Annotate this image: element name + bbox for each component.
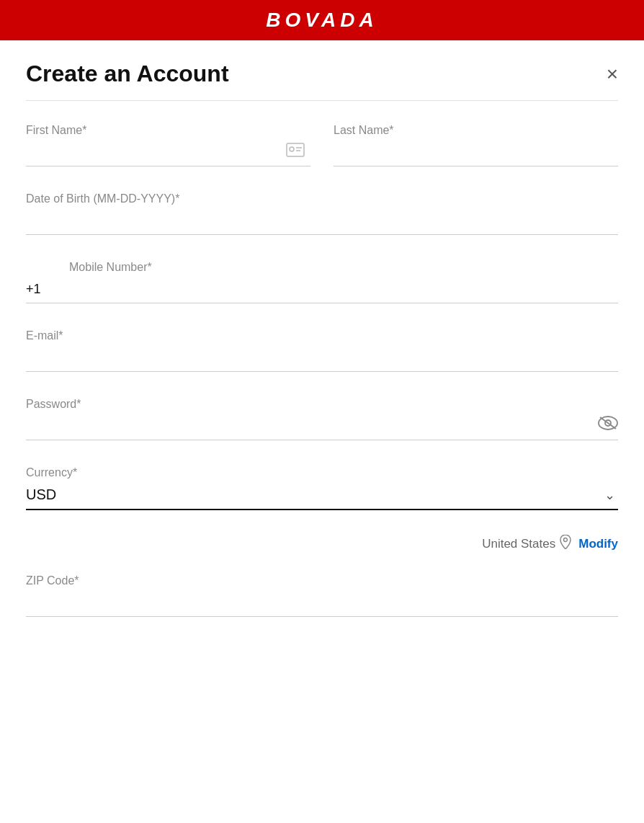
first-name-label: First Name*	[26, 124, 310, 137]
email-input[interactable]	[26, 348, 618, 372]
svg-point-7	[564, 538, 568, 542]
phone-prefix: +1	[26, 282, 69, 303]
svg-point-1	[290, 147, 294, 151]
location-text: United States	[482, 537, 555, 551]
site-header: BOVADA	[0, 0, 644, 40]
password-label: Password*	[26, 398, 618, 411]
last-name-input[interactable]	[334, 143, 618, 166]
toggle-password-icon[interactable]	[598, 416, 618, 435]
title-row: Create an Account ×	[26, 40, 618, 101]
dob-group: Date of Birth (MM-DD-YYYY)*	[26, 192, 618, 235]
zip-label: ZIP Code*	[26, 574, 618, 587]
page-title: Create an Account	[26, 61, 229, 87]
svg-line-6	[600, 417, 616, 429]
id-card-icon	[286, 143, 305, 161]
last-name-group: Last Name*	[334, 124, 618, 166]
chevron-down-icon[interactable]: ⌄	[604, 487, 615, 503]
location-pin-icon	[560, 535, 571, 553]
first-name-input[interactable]	[26, 143, 310, 166]
dob-row: Date of Birth (MM-DD-YYYY)*	[26, 192, 618, 235]
dob-input[interactable]	[26, 211, 618, 235]
mobile-input[interactable]	[69, 280, 618, 303]
currency-label: Currency*	[26, 466, 618, 479]
password-input[interactable]	[26, 417, 618, 440]
currency-group: Currency* USD ⌄	[26, 466, 618, 510]
phone-row: +1 Mobile Number*	[26, 261, 618, 303]
currency-value: USD	[26, 484, 618, 510]
email-row: E-mail*	[26, 329, 618, 372]
dob-label: Date of Birth (MM-DD-YYYY)*	[26, 192, 618, 205]
password-row: Password*	[26, 398, 618, 440]
zip-group: ZIP Code*	[26, 574, 618, 617]
location-row: United States Modify	[26, 525, 618, 563]
registration-form: First Name* Last Name*	[26, 124, 618, 617]
page-content: Create an Account × First Name*	[0, 40, 644, 617]
name-row: First Name* Last Name*	[26, 124, 618, 166]
mobile-group: Mobile Number*	[69, 261, 618, 303]
zip-input[interactable]	[26, 593, 618, 617]
mobile-label: Mobile Number*	[69, 261, 618, 274]
email-group: E-mail*	[26, 329, 618, 372]
close-button[interactable]: ×	[607, 64, 618, 84]
first-name-group: First Name*	[26, 124, 310, 166]
password-group: Password*	[26, 398, 618, 440]
last-name-label: Last Name*	[334, 124, 618, 137]
site-logo: BOVADA	[266, 9, 377, 32]
modify-button[interactable]: Modify	[578, 537, 618, 551]
email-label: E-mail*	[26, 329, 618, 342]
